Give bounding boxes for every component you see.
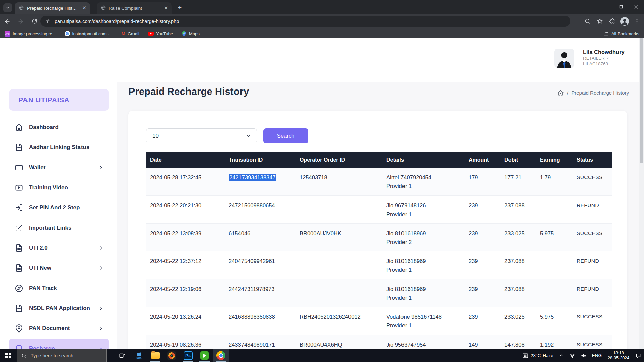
tray-chevron-up-icon[interactable] <box>556 349 567 362</box>
browser-tab[interactable]: Raise Complaint✕ <box>97 2 172 14</box>
taskbar-app-device[interactable] <box>130 349 147 362</box>
chevron-down-icon <box>98 346 104 349</box>
bookmark-item[interactable]: JPGImage processing re... <box>5 31 56 37</box>
tab-close-icon[interactable]: ✕ <box>163 5 169 11</box>
tab-close-icon[interactable]: ✕ <box>81 5 87 11</box>
jpg-file-icon: JPG <box>5 31 10 37</box>
cell-transaction-id: 247215609880654 <box>225 195 296 223</box>
sidebar-item-uti-new[interactable]: UTI New <box>9 258 109 278</box>
back-button[interactable] <box>2 16 13 27</box>
bookmark-item[interactable]: Maps <box>182 31 200 36</box>
cell-status: SUCCESS <box>573 168 612 195</box>
sidebar-item-uti-2-0[interactable]: UTI 2.0 <box>9 238 109 258</box>
taskbar-app-chrome[interactable] <box>213 349 229 362</box>
tray-date: 28-05-2024 <box>608 356 629 361</box>
bookmark-item[interactable]: YouTube <box>148 31 173 36</box>
sidebar-item-nsdl-pan-application[interactable]: NSDL PAN Application <box>9 298 109 318</box>
sidebar-item-aadhar-linking-status[interactable]: Aadhar Linking Status <box>9 137 109 158</box>
notification-center-icon[interactable] <box>633 349 644 362</box>
user-profile[interactable]: Lila Chowdhury RETAILER LILAC18763 <box>554 49 625 68</box>
reload-button[interactable] <box>29 16 40 27</box>
tray-time: 18:18 <box>613 351 624 356</box>
sidebar: PAN UTIPAISA DashboardAadhar Linking Sta… <box>0 38 117 349</box>
user-name: Lila Chowdhury <box>583 49 625 55</box>
bookmark-item[interactable]: Ginstantpanuti.com -... <box>65 31 113 36</box>
chevron-right-icon <box>98 265 104 271</box>
all-bookmarks-button[interactable]: All Bookmarks <box>603 31 639 36</box>
cell-operator-order-id <box>296 195 382 223</box>
new-tab-button[interactable]: + <box>178 4 182 11</box>
cell-details: Jio 8101618969Provider 1 <box>382 279 465 307</box>
sidebar-item-pan-track[interactable]: PAN Track <box>9 278 109 298</box>
start-button[interactable] <box>0 349 17 362</box>
language-indicator[interactable]: ENG <box>589 349 604 362</box>
breadcrumb: / Prepaid Recharge History <box>557 89 629 96</box>
column-header: Date <box>146 152 225 168</box>
cell-transaction-id: 240475409942961 <box>225 251 296 279</box>
cell-amount: 239 <box>465 195 500 223</box>
cell-amount: 179 <box>465 168 500 195</box>
taskbar-app-photoshop[interactable]: Ps <box>180 349 196 362</box>
page-size-select[interactable]: 10 <box>146 128 257 143</box>
tab-strip: Prepaid Recharge History✕Raise Complaint… <box>15 2 172 14</box>
home-icon[interactable] <box>557 89 564 96</box>
window-minimize-button[interactable] <box>598 0 613 14</box>
cell-debit: 233.025 <box>500 307 536 335</box>
cell-operator-order-id: 125403718 <box>296 168 382 195</box>
cell-details: Jio 9679148126Provider 1 <box>382 195 465 223</box>
bookmark-item[interactable]: MGmail <box>121 31 139 36</box>
taskbar-app-share[interactable] <box>163 349 180 362</box>
zoom-indicator-icon[interactable] <box>582 16 592 26</box>
screen: Prepaid Recharge History✕Raise Complaint… <box>0 0 644 362</box>
user-role[interactable]: RETAILER <box>583 55 625 61</box>
wifi-icon[interactable] <box>567 349 578 362</box>
url-text: pan.utipaisa.com/dashboard/prepaid-recha… <box>55 19 179 24</box>
page-title: Prepaid Recharge History <box>128 86 249 97</box>
taskbar-app-player[interactable] <box>196 349 213 362</box>
bookmark-star-icon[interactable] <box>595 16 605 26</box>
taskbar-app-explorer[interactable] <box>147 349 163 362</box>
web-page: PAN UTIPAISA DashboardAadhar Linking Sta… <box>0 38 644 349</box>
weather-widget[interactable]: 28°C Haze <box>519 349 556 362</box>
task-view-button[interactable] <box>114 349 130 362</box>
cell-status: SUCCESS <box>573 335 612 349</box>
taskbar-search[interactable]: Type here to search <box>17 349 107 362</box>
window-maximize-button[interactable] <box>613 0 629 14</box>
browser-tab[interactable]: Prepaid Recharge History✕ <box>15 2 90 14</box>
sidebar-item-recharge[interactable]: Recharge <box>9 339 109 349</box>
extensions-icon[interactable] <box>607 16 617 26</box>
sidebar-item-training-video[interactable]: Training Video <box>9 178 109 198</box>
sidebar-item-dashboard[interactable]: Dashboard <box>9 117 109 137</box>
cell-debit: 237.088 <box>500 195 536 223</box>
main-area: Lila Chowdhury RETAILER LILAC18763 Prepa… <box>117 38 644 349</box>
cell-date: 2024-05-20 13:26:24 <box>146 307 225 335</box>
tab-list-button[interactable] <box>3 3 12 12</box>
cell-earning: 1.192 <box>536 335 573 349</box>
file-icon <box>15 304 23 312</box>
bookmarks-list: JPGImage processing re...Ginstantpanuti.… <box>5 31 208 37</box>
menu-dots-icon[interactable] <box>632 16 642 26</box>
cell-operator-order-id: BR000AU4X6HQ <box>296 335 382 349</box>
cell-debit: 147.808 <box>500 335 536 349</box>
brand-logo[interactable]: PAN UTIPAISA <box>9 89 109 111</box>
site-info-icon[interactable] <box>45 18 51 24</box>
volume-icon[interactable] <box>578 349 589 362</box>
profile-avatar-icon[interactable] <box>620 16 630 26</box>
clock[interactable]: 18:18 28-05-2024 <box>604 351 633 361</box>
cell-earning <box>536 279 573 307</box>
column-header: Transation ID <box>225 152 296 168</box>
table-row: 2024-05-22 13:08:396154046BR000AUJV0HKJi… <box>146 223 612 251</box>
sidebar-item-set-pin-and-2-step[interactable]: Set PIN And 2 Step <box>9 198 109 218</box>
page-scrollbar[interactable] <box>639 38 644 349</box>
sidebar-item-important-links[interactable]: Important Links <box>9 218 109 238</box>
forward-button[interactable] <box>15 16 26 27</box>
address-bar[interactable]: pan.utipaisa.com/dashboard/prepaid-recha… <box>40 16 570 27</box>
cell-transaction-id: 244247311978973 <box>225 279 296 307</box>
cell-status: SUCCESS <box>573 307 612 335</box>
scrollbar-thumb[interactable] <box>640 38 643 163</box>
search-button[interactable]: Search <box>263 128 308 143</box>
sidebar-item-pan-document[interactable]: PAN Document <box>9 318 109 339</box>
window-close-button[interactable] <box>629 0 644 14</box>
sidebar-item-wallet[interactable]: Wallet <box>9 158 109 178</box>
top-header-bar: Lila Chowdhury RETAILER LILAC18763 <box>117 38 644 82</box>
